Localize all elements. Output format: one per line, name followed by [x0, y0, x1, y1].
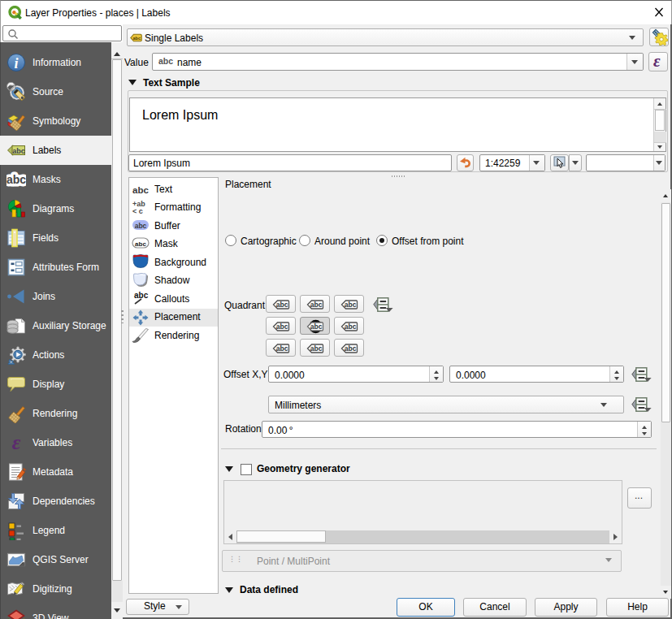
- svg-text:abc: abc: [310, 344, 322, 353]
- svg-text:abc: abc: [344, 301, 356, 309]
- svg-text:abc: abc: [133, 36, 141, 41]
- svg-text:i: i: [14, 55, 18, 71]
- svg-text:abc: abc: [135, 222, 147, 230]
- svg-text:abc: abc: [275, 344, 288, 353]
- svg-text:abc: abc: [275, 322, 288, 331]
- svg-text:abc: abc: [135, 240, 146, 248]
- svg-text:abc: abc: [134, 291, 149, 300]
- svg-text:< c: < c: [132, 207, 143, 215]
- svg-text:abc: abc: [12, 147, 25, 155]
- svg-text:abc: abc: [310, 301, 322, 309]
- svg-text:abc: abc: [275, 301, 288, 309]
- svg-text:abc: abc: [344, 344, 356, 353]
- svg-text:abc: abc: [344, 322, 356, 331]
- svg-text:abc: abc: [132, 185, 149, 195]
- svg-text:abc: abc: [310, 322, 322, 331]
- svg-text:ε: ε: [12, 433, 21, 452]
- svg-text:abc: abc: [7, 173, 26, 186]
